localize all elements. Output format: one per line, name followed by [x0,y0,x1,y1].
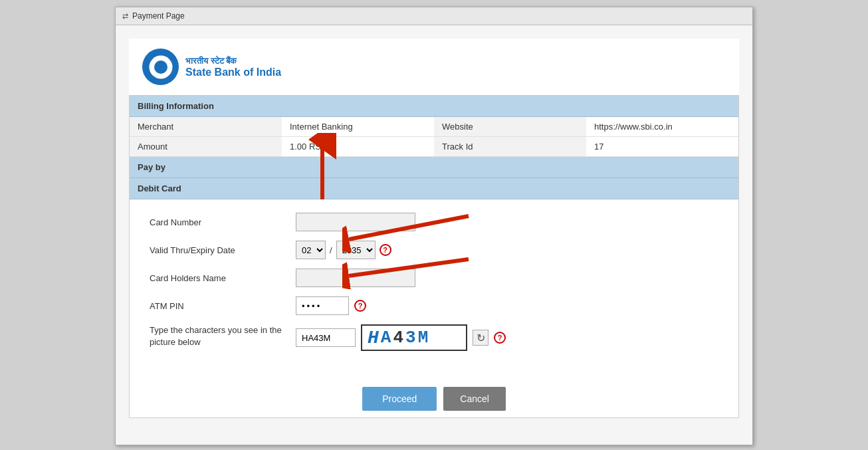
amount-value: 1.00 RS [282,137,434,157]
atm-pin-controls: ? [296,296,366,315]
form-area: Card Number Valid Thru/Expiry Date 01020… [130,199,738,374]
sbi-logo: भारतीय स्टेट बैंक State Bank of India [142,49,281,85]
cancel-button[interactable]: Cancel [443,387,506,411]
sbi-hindi-text: भारतीय स्टेट बैंक [185,56,281,66]
proceed-button[interactable]: Proceed [362,387,437,411]
button-row: Proceed Cancel [130,374,738,417]
billing-table: Merchant Internet Banking Website https:… [130,117,738,157]
sbi-english-text: State Bank of India [185,66,281,78]
expiry-row: Valid Thru/Expiry Date 010203 040506 070… [150,241,718,259]
atm-pin-label: ATM PIN [150,301,296,311]
captcha-image: H A 4 3 M [361,324,467,351]
billing-row-1: Merchant Internet Banking Website https:… [130,117,738,137]
captcha-help-icon[interactable]: ? [494,332,506,344]
form-area-wrapper: Card Number Valid Thru/Expiry Date 01020… [130,199,738,374]
card-number-label: Card Number [150,217,296,227]
captcha-label: Type the characters you see in the pictu… [150,324,296,348]
website-label: Website [434,117,586,137]
logo-area: भारतीय स्टेट बैंक State Bank of India [129,39,739,95]
expiry-label: Valid Thru/Expiry Date [150,245,296,255]
billing-row-2: Amount 1.00 RS Track Id 17 [130,137,738,157]
track-id-label: Track Id [434,137,586,157]
captcha-input[interactable] [296,328,356,347]
main-container: Billing Information Merchant Internet Ba… [129,95,739,418]
captcha-char-3: 3 [405,328,418,348]
captcha-char-h: H [368,328,381,348]
amount-label: Amount [130,137,282,157]
captcha-char-a: A [381,328,393,348]
track-id-value: 17 [586,137,738,157]
captcha-char-4: 4 [393,328,405,348]
atm-pin-input[interactable] [296,296,349,315]
debit-card-header: Debit Card [130,178,738,199]
expiry-year-select[interactable]: 202420252026 202720282029 203020312032 2… [336,241,376,259]
captcha-refresh-button[interactable]: ↻ [473,330,488,346]
payment-window: ⇄ Payment Page भारतीय स्टेट बैंक State B… [115,7,753,445]
card-number-row: Card Number [150,213,718,231]
billing-header: Billing Information [130,96,738,117]
window-icon: ⇄ [122,12,128,21]
expiry-help-icon[interactable]: ? [380,244,391,256]
atm-pin-row: ATM PIN ? [150,296,718,315]
card-holder-label: Card Holders Name [150,273,296,283]
card-holder-row: Card Holders Name [150,269,718,287]
card-number-input[interactable] [296,213,415,231]
sbi-logo-text: भारतीय स्टेट बैंक State Bank of India [185,56,281,78]
merchant-value: Internet Banking [282,117,434,137]
window-titlebar: ⇄ Payment Page [116,7,752,25]
pay-by-header: Pay by [130,157,738,178]
atm-pin-help-icon[interactable]: ? [354,300,366,312]
merchant-label: Merchant [130,117,282,137]
captcha-row: Type the characters you see in the pictu… [150,324,718,351]
website-value: https://www.sbi.co.in [586,117,738,137]
captcha-char-m: M [418,328,431,348]
expiry-controls: 010203 040506 070809 101112 / 2024202520… [296,241,391,259]
sbi-logo-circle [142,49,179,85]
captcha-area: H A 4 3 M ↻ ? [296,324,506,351]
window-title: Payment Page [132,11,185,21]
expiry-month-select[interactable]: 010203 040506 070809 101112 [296,241,326,259]
expiry-separator: / [330,245,332,255]
card-holder-input[interactable] [296,269,415,287]
window-content: भारतीय स्टेट बैंक State Bank of India Bi… [116,25,752,445]
